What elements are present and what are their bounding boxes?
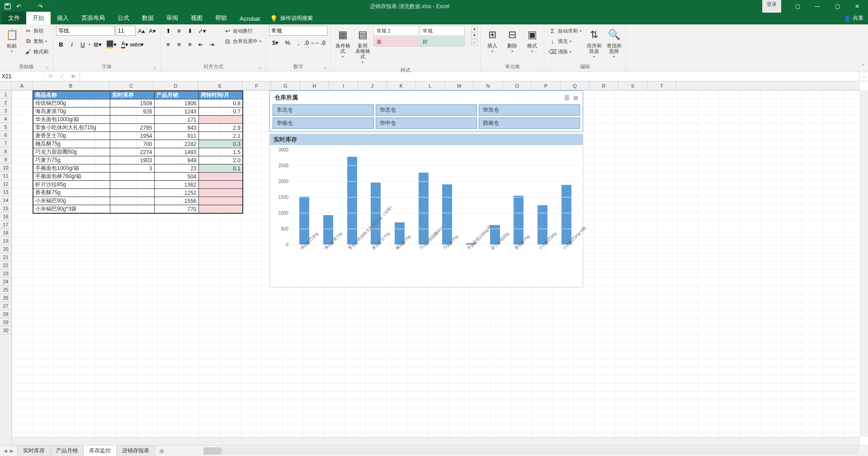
col-header-N[interactable]: N bbox=[474, 81, 503, 90]
col-header-S[interactable]: S bbox=[618, 81, 647, 90]
number-format-select[interactable] bbox=[269, 26, 328, 36]
table-row[interactable]: 海岛麦派70g92612430.7 bbox=[33, 108, 243, 116]
col-header-P[interactable]: P bbox=[532, 81, 561, 90]
row-header-8[interactable]: 8 bbox=[0, 147, 11, 155]
comma-button[interactable]: , bbox=[293, 38, 303, 47]
ribbon-display-options-button[interactable]: ▢ bbox=[788, 0, 807, 13]
row-header-19[interactable]: 19 bbox=[0, 237, 11, 245]
table-row[interactable]: 传统锅巴90g150919060.8 bbox=[33, 99, 243, 108]
row-header-17[interactable]: 17 bbox=[0, 221, 11, 229]
row-header-12[interactable]: 12 bbox=[0, 180, 11, 188]
sheet-tab[interactable]: 进销存报表 bbox=[116, 445, 155, 456]
share-button[interactable]: 👤 共享 bbox=[844, 14, 863, 22]
row-header-11[interactable]: 11 bbox=[0, 172, 11, 180]
col-header-M[interactable]: M bbox=[445, 81, 474, 90]
col-header-E[interactable]: E bbox=[198, 81, 242, 90]
table-row[interactable]: 楠瓜酥75g70022820.3 bbox=[33, 140, 243, 148]
col-header-F[interactable]: F bbox=[242, 81, 271, 90]
tab-help[interactable]: 帮助 bbox=[209, 12, 233, 24]
row-header-28[interactable]: 28 bbox=[0, 310, 11, 318]
table-row[interactable]: 零食小吃休闲大礼包715g27659432.9 bbox=[33, 124, 243, 132]
chart-bar[interactable] bbox=[347, 157, 357, 244]
chart-inventory[interactable]: 实时库存 050010001500200025003000 传统锅巴90g海岛麦… bbox=[269, 134, 583, 287]
tab-layout[interactable]: 页面布局 bbox=[75, 12, 111, 24]
paste-button[interactable]: 📋 粘贴 ▾ bbox=[3, 26, 21, 55]
increase-indent-button[interactable]: ⇥ bbox=[207, 39, 217, 49]
table-row[interactable]: 虾片沙拉85g1362 bbox=[33, 181, 243, 189]
table-header[interactable]: 商品名称 bbox=[33, 91, 110, 99]
underline-button[interactable]: U bbox=[78, 39, 88, 49]
col-header-G[interactable]: G bbox=[271, 81, 300, 90]
col-header-O[interactable]: O bbox=[503, 81, 532, 90]
row-header-14[interactable]: 14 bbox=[0, 196, 11, 204]
col-header-I[interactable]: I bbox=[329, 81, 358, 90]
sheet-tab[interactable]: 库存监控 bbox=[83, 445, 117, 456]
slicer-multi-select-icon[interactable]: ☰ bbox=[564, 94, 570, 101]
alignment-dialog-launcher[interactable]: ⤡ bbox=[259, 66, 262, 70]
chart-bar[interactable] bbox=[561, 185, 571, 244]
autosum-button[interactable]: Σ自动求和▾ bbox=[547, 26, 583, 36]
name-box[interactable]: ▾ bbox=[0, 71, 44, 81]
tab-review[interactable]: 审阅 bbox=[160, 12, 184, 24]
align-right-button[interactable]: ≡ bbox=[185, 39, 195, 49]
insert-cells-button[interactable]: ⊞插入▾ bbox=[483, 26, 501, 55]
table-row[interactable]: 香蕉酥75g1252 bbox=[33, 189, 243, 197]
row-header-5[interactable]: 5 bbox=[0, 123, 11, 131]
style-normal2[interactable]: 常规 2 bbox=[373, 26, 419, 36]
login-badge[interactable]: 登录 bbox=[762, 0, 781, 13]
phonetic-button[interactable]: wén▾ bbox=[132, 39, 142, 49]
row-header-7[interactable]: 7 bbox=[0, 139, 11, 147]
table-row[interactable]: 华夫面包1000g/箱171 bbox=[33, 116, 243, 124]
row-header-6[interactable]: 6 bbox=[0, 131, 11, 139]
percent-button[interactable]: % bbox=[283, 38, 292, 47]
col-header-K[interactable]: K bbox=[387, 81, 416, 90]
tab-formulas[interactable]: 公式 bbox=[111, 12, 136, 24]
align-bottom-button[interactable]: ⬇ bbox=[185, 26, 195, 36]
close-button[interactable]: ✕ bbox=[848, 0, 866, 13]
italic-button[interactable]: I bbox=[67, 39, 77, 49]
row-header-26[interactable]: 26 bbox=[0, 294, 11, 302]
col-header-A[interactable]: A bbox=[12, 81, 33, 90]
decrease-indent-button[interactable]: ⇤ bbox=[196, 39, 206, 49]
row-header-3[interactable]: 3 bbox=[0, 107, 11, 115]
sheet-nav-prev[interactable]: ◀ bbox=[4, 448, 7, 453]
format-painter-button[interactable]: 🖌格式刷 bbox=[23, 47, 50, 56]
clear-button[interactable]: ⌫清除▾ bbox=[547, 47, 583, 56]
col-header-J[interactable]: J bbox=[358, 81, 387, 90]
table-header[interactable]: 实时库存 bbox=[110, 91, 154, 99]
col-header-L[interactable]: L bbox=[416, 81, 445, 90]
tab-acrobat[interactable]: Acrobat bbox=[233, 13, 266, 24]
slicer-item[interactable]: 华南仓 bbox=[273, 118, 374, 129]
row-header-16[interactable]: 16 bbox=[0, 212, 11, 221]
delete-cells-button[interactable]: ⊟删除▾ bbox=[503, 26, 521, 55]
row-header-9[interactable]: 9 bbox=[0, 155, 11, 164]
table-header[interactable]: 周转时间/月 bbox=[198, 91, 243, 99]
row-header-20[interactable]: 20 bbox=[0, 245, 11, 253]
tab-view[interactable]: 视图 bbox=[184, 12, 209, 24]
table-row[interactable]: 小米锅巴90g1556 bbox=[33, 197, 243, 205]
slicer-item[interactable]: 华东仓 bbox=[479, 104, 580, 116]
row-header-18[interactable]: 18 bbox=[0, 229, 11, 237]
qat-customize-dropdown[interactable]: ▾ bbox=[46, 1, 56, 11]
styles-more[interactable]: ⌄ bbox=[471, 39, 477, 46]
expand-formula-bar-button[interactable]: ⌄ bbox=[859, 71, 868, 81]
table-row[interactable]: 巧克力甜甜圈50g227414931.5 bbox=[33, 148, 243, 156]
format-as-table-button[interactable]: ▤套用 表格格式▾ bbox=[354, 26, 372, 66]
border-button[interactable]: ⊞▾ bbox=[91, 39, 104, 49]
collapse-ribbon-button[interactable]: ⌃ bbox=[861, 63, 865, 69]
style-bad[interactable]: 差 bbox=[373, 37, 419, 47]
col-header-D[interactable]: D bbox=[154, 81, 198, 90]
bold-button[interactable]: B bbox=[56, 39, 66, 49]
slicer-item[interactable]: 东北仓 bbox=[273, 104, 374, 116]
chart-bar[interactable] bbox=[299, 197, 309, 244]
sort-filter-button[interactable]: ⇅排序和筛选▾ bbox=[585, 26, 603, 61]
save-button[interactable] bbox=[3, 1, 13, 11]
wrap-text-button[interactable]: ↩自动换行 bbox=[222, 26, 263, 36]
row-header-25[interactable]: 25 bbox=[0, 286, 11, 294]
row-header-27[interactable]: 27 bbox=[0, 302, 11, 310]
increase-decimal-button[interactable]: .0→ bbox=[304, 38, 314, 47]
cancel-formula-button[interactable]: ✕ bbox=[44, 73, 56, 80]
horizontal-scrollbar[interactable] bbox=[203, 447, 859, 455]
fill-button[interactable]: ↓填充▾ bbox=[547, 36, 583, 46]
add-sheet-button[interactable]: ⊕ bbox=[155, 446, 169, 456]
